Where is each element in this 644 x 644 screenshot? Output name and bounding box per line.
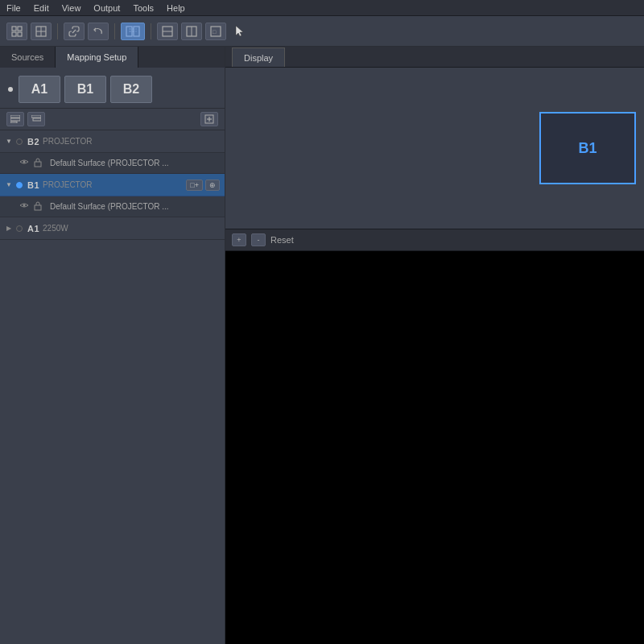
layer-name-a1: A1	[27, 224, 39, 233]
grid-icon	[35, 26, 47, 37]
action-btn-add[interactable]: □+	[186, 180, 203, 191]
zoom-plus-btn[interactable]: +	[232, 233, 246, 246]
eye-icon-b1[interactable]	[19, 201, 31, 213]
toolbar-btn-a[interactable]	[157, 23, 178, 40]
preview-box-label: B1	[578, 140, 597, 157]
layer-item-b2-surface[interactable]: Default Surface (PROJECTOR ...	[0, 153, 225, 174]
lock-svg	[34, 158, 42, 167]
tab-mapping-setup[interactable]: Mapping Setup	[56, 47, 138, 68]
toolbar-btn-mapping[interactable]	[121, 23, 145, 40]
controls-bar: + - Reset	[225, 229, 644, 251]
tab-display[interactable]: Display	[232, 47, 285, 67]
layer-group-a1[interactable]: ▶ A1 2250W	[0, 217, 225, 240]
svg-rect-1	[18, 27, 22, 31]
b1-surface-label: Default Surface (PROJECTOR ...	[50, 202, 169, 211]
source-buttons-group: A1 B1 B2	[8, 76, 217, 103]
canvas-area	[225, 251, 644, 644]
svg-rect-19	[10, 118, 20, 121]
menu-file[interactable]: File	[5, 3, 23, 13]
layers-icon	[10, 115, 20, 123]
undo-icon	[93, 26, 104, 37]
preview-area: B1	[225, 68, 644, 229]
expand-arrow-a1: ▶	[5, 225, 13, 233]
layer-group-b2[interactable]: ▼ B2 PROJECTOR	[0, 130, 225, 153]
layer-item-b1-surface[interactable]: Default Surface (PROJECTOR ...	[0, 196, 225, 217]
reset-label[interactable]: Reset	[270, 235, 294, 245]
menu-output[interactable]: Output	[92, 3, 122, 13]
svg-rect-22	[33, 118, 41, 121]
layer-actions-b1: □+ ⊕	[186, 180, 220, 191]
main-layout: Sources Mapping Setup A1 B1 B2	[0, 47, 644, 644]
svg-rect-18	[10, 115, 20, 118]
cursor-indicator	[229, 23, 250, 40]
tab-sources[interactable]: Sources	[0, 47, 56, 68]
svg-rect-29	[35, 205, 41, 210]
layer-tb-icon2[interactable]	[27, 112, 45, 126]
eye-svg	[19, 159, 29, 165]
layer-dot-b1	[16, 182, 23, 188]
svg-rect-20	[10, 122, 17, 123]
toolbar-btn-link[interactable]	[64, 23, 85, 40]
svg-rect-2	[12, 32, 16, 36]
menu-view[interactable]: View	[60, 3, 83, 13]
toolbar-btn-2[interactable]	[31, 23, 52, 40]
sep-2	[114, 23, 115, 39]
svg-rect-0	[12, 27, 16, 31]
toolbar-btn-c[interactable]: □	[205, 23, 226, 40]
lock-icon-b2[interactable]	[34, 158, 45, 169]
toolbar-btn-b[interactable]	[181, 23, 202, 40]
menu-bar: File Edit View Output Tools Help	[0, 0, 644, 16]
layer-sub-a1: 2250W	[43, 224, 68, 233]
svg-point-28	[23, 204, 26, 206]
layer-group-b1[interactable]: ▼ B1 PROJECTOR □+ ⊕	[0, 174, 225, 196]
toolbar-btn-1[interactable]	[6, 23, 27, 40]
eye-svg-b1	[19, 202, 29, 208]
left-panel: Sources Mapping Setup A1 B1 B2	[0, 47, 225, 644]
source-btn-b1[interactable]: B1	[64, 76, 106, 103]
layer-toolbar	[0, 109, 225, 130]
view-c-icon: □	[210, 26, 221, 37]
source-buttons-area: A1 B1 B2	[0, 68, 225, 109]
layer-name-b1: B1	[27, 180, 39, 190]
svg-rect-3	[18, 32, 22, 36]
b2-surface-label: Default Surface (PROJECTOR ...	[50, 159, 169, 167]
layer-tb-add[interactable]	[200, 112, 218, 126]
layer-sub-b2: PROJECTOR	[43, 137, 93, 146]
menu-help[interactable]: Help	[165, 3, 187, 13]
source-btn-b2[interactable]: B2	[110, 76, 152, 103]
sep-3	[151, 23, 151, 39]
layer-tb-icon1[interactable]	[6, 112, 24, 126]
lock-svg-b1	[34, 201, 42, 211]
link-icon	[68, 26, 80, 37]
toolbar-btn-undo[interactable]	[88, 23, 109, 40]
svg-text:□: □	[213, 29, 217, 35]
source-btn-a1[interactable]: A1	[19, 76, 60, 103]
layer-sub-b1: PROJECTOR	[43, 180, 93, 189]
layer-name-b2: B2	[27, 137, 39, 147]
tab-bar: Sources Mapping Setup	[0, 47, 225, 68]
add-icon	[204, 114, 214, 124]
zoom-minus-btn[interactable]: -	[251, 233, 266, 246]
mapping-icon	[126, 26, 140, 37]
eye-icon-b2[interactable]	[19, 158, 31, 169]
view-a-icon	[162, 26, 173, 37]
view-b-icon	[186, 26, 197, 37]
display-tabs: Display	[225, 47, 644, 68]
right-panel: Display B1 + - Reset	[225, 47, 644, 644]
layer-dot-a1	[16, 225, 23, 232]
dot-indicator	[8, 87, 13, 92]
layers2-icon	[31, 115, 41, 123]
cursor-icon	[234, 25, 246, 38]
toolbar: □	[0, 16, 644, 47]
svg-point-26	[23, 160, 26, 163]
sep-1	[57, 23, 58, 39]
action-btn-link[interactable]: ⊕	[205, 180, 220, 191]
preview-box-b1: B1	[539, 112, 636, 184]
svg-rect-21	[31, 115, 41, 118]
lock-icon-b1[interactable]	[34, 201, 45, 213]
svg-line-7	[72, 30, 76, 33]
layout-icon	[11, 26, 23, 37]
menu-edit[interactable]: Edit	[32, 3, 51, 13]
menu-tools[interactable]: Tools	[131, 3, 155, 13]
expand-arrow-b1: ▼	[5, 181, 13, 189]
